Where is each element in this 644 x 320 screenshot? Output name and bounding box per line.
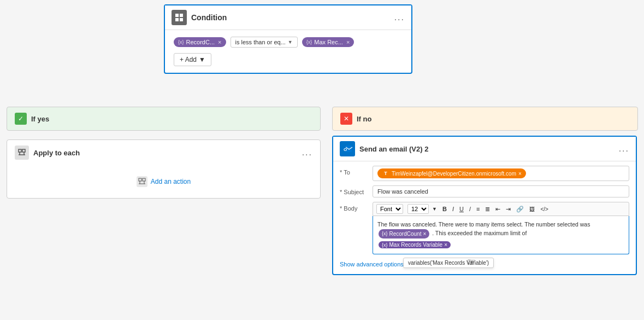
condition-token1[interactable]: {x} RecordC... × [174,37,226,47]
send-email-title: Send an email (V2) 2 [359,145,619,153]
svg-rect-5 [22,149,25,152]
send-email-header: O Send an email (V2) 2 ... [333,137,636,161]
tooltip-text: variables('Max Records Variable') [408,260,489,266]
svg-rect-1 [180,14,183,17]
recipient-email: TimWeinzapfel@DeveloperCitizen.onmicroso… [392,171,516,177]
indent-left-button[interactable]: ⇤ [493,205,503,214]
apply-each-more-options[interactable]: ... [302,148,312,158]
condition-title: Condition [191,13,394,22]
link-button[interactable]: 🔗 [514,205,526,214]
subject-input[interactable] [373,185,629,197]
apply-each-label: Apply to each [33,149,298,157]
font-select[interactable]: Font [376,204,403,214]
condition-operator[interactable]: is less than or eq... ▼ [231,37,298,48]
send-email-block: O Send an email (V2) 2 ... * To T TimWei… [332,136,637,275]
svg-rect-3 [180,18,183,21]
token1-icon: {x} [178,39,184,45]
bold-button[interactable]: B [440,205,449,213]
token2-icon: {x} [306,39,312,45]
add-action-button[interactable]: Add an action [137,176,191,187]
bullet-list-button[interactable]: ≡ [474,205,482,213]
token1-close[interactable]: × [218,39,221,45]
if-yes-block: ✓ If yes [7,107,321,131]
indent-right-button[interactable]: ⇥ [504,205,513,214]
tooltip-box: variables('Max Records Variable') [403,258,494,268]
max-records-label: Max Records Variable [389,242,443,248]
add-label: + Add [180,56,197,63]
chevron-down-icon: ▼ [288,39,293,45]
ordered-list-button[interactable]: ≣ [483,205,492,214]
if-no-block: ✕ If no [332,107,638,131]
body-content-area[interactable]: The flow was canceled. There were to man… [373,216,629,254]
body-text-middle: . This exceeded the maximum limit of [432,230,527,236]
record-count-close[interactable]: × [423,230,426,238]
show-advanced-label: Show advanced options [340,261,404,267]
if-yes-header: ✓ If yes [7,107,320,130]
canvas: Condition ... {x} RecordC... × is less t… [0,0,644,320]
font-size-select[interactable]: 12 [407,204,429,214]
svg-rect-10 [143,178,145,181]
code-button[interactable]: </> [538,205,550,213]
max-records-brace-icon: {x} [382,242,388,248]
recipient-avatar: T [382,170,389,177]
body-label: * Body [340,202,373,212]
add-chevron-icon: ▼ [199,56,205,63]
add-action-icon [137,176,147,187]
if-yes-label: If yes [31,115,49,123]
if-yes-badge: ✓ [15,113,27,125]
condition-row: {x} RecordC... × is less than or eq... ▼… [174,37,403,48]
max-records-token[interactable]: {x} Max Records Variable × [379,241,451,248]
condition-icon [172,10,187,25]
underline-button[interactable]: U [457,205,466,213]
body-text: The flow was canceled. There were to man… [377,220,624,238]
to-row: * To T TimWeinzapfel@DeveloperCitizen.on… [340,166,629,181]
recipient-pill[interactable]: T TimWeinzapfel@DeveloperCitizen.onmicro… [377,168,526,178]
recipient-close[interactable]: × [518,171,522,177]
body-text-before: The flow was canceled. There were to man… [377,221,590,228]
image-button[interactable]: 🖼 [527,205,537,213]
add-action-label: Add an action [151,178,191,185]
add-button[interactable]: + Add ▼ [174,53,211,66]
add-action-container: Add an action [7,165,320,198]
condition-block: Condition ... {x} RecordC... × is less t… [164,4,412,74]
outlook-icon: O [340,141,355,156]
send-email-more-options[interactable]: ... [619,144,629,154]
svg-rect-2 [175,18,179,21]
subject-label: * Subject [340,185,373,195]
record-count-token[interactable]: {x} RecordCount × [379,229,429,238]
svg-rect-9 [139,178,141,181]
toolbar-chevron: ▼ [430,205,439,213]
apply-each-header: Apply to each ... [7,140,320,165]
to-label: * To [340,166,373,176]
condition-header: Condition ... [165,5,411,30]
if-no-badge: ✕ [340,113,352,125]
apply-each-icon [15,146,29,160]
body-row: * Body Font 12 ▼ B I U / [340,202,629,254]
condition-body: {x} RecordC... × is less than or eq... ▼… [165,30,411,73]
operator-label: is less than or eq... [235,39,286,45]
svg-rect-0 [175,14,179,17]
token2-close[interactable]: × [346,39,350,45]
apply-each-block: Apply to each ... Add an action [7,139,321,199]
svg-rect-4 [19,149,21,152]
if-no-header: ✕ If no [333,107,637,130]
max-records-close[interactable]: × [444,242,447,248]
send-email-form: * To T TimWeinzapfel@DeveloperCitizen.on… [333,161,636,274]
body-toolbar: Font 12 ▼ B I U / ≡ ≣ ⇤ ⇥ [373,202,629,216]
body-editor: Font 12 ▼ B I U / ≡ ≣ ⇤ ⇥ [373,202,629,254]
condition-token2[interactable]: {x} Max Rec... × [302,37,355,47]
body-second-line: {x} Max Records Variable × [377,241,624,248]
strikethrough-button[interactable]: / [467,205,473,213]
to-field[interactable]: T TimWeinzapfel@DeveloperCitizen.onmicro… [373,166,629,181]
italic-button[interactable]: I [450,205,456,213]
record-count-label: RecordCount [389,230,422,238]
subject-row: * Subject [340,185,629,197]
condition-more-options[interactable]: ... [394,13,405,22]
x-icon: ✕ [344,115,349,123]
token-brace-icon: {x} [382,230,388,238]
check-icon: ✓ [18,115,23,123]
token1-label: RecordC... [186,39,215,45]
if-no-label: If no [357,115,371,123]
token2-label: Max Rec... [314,39,343,45]
